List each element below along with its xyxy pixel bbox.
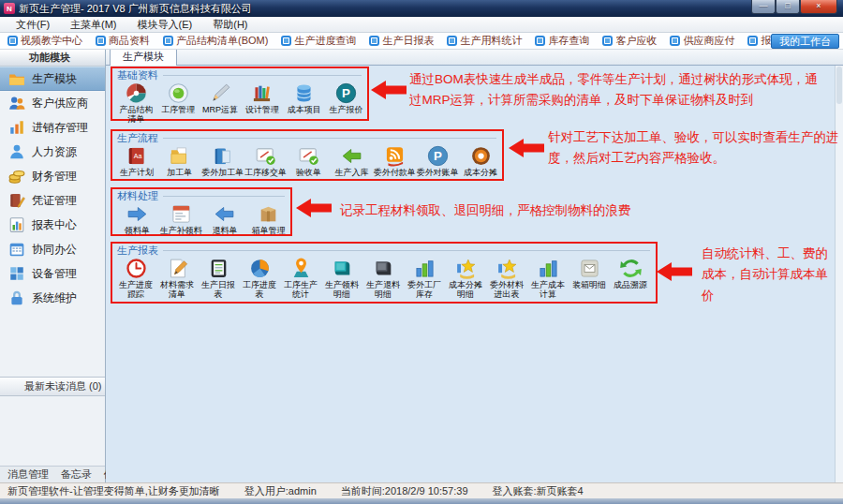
module-item[interactable]: MRP运算 [200, 82, 242, 124]
module-item[interactable]: 工序移交单 [244, 144, 288, 178]
module-item[interactable]: 生产入库 [330, 144, 373, 178]
menu-item[interactable]: 文件(F) [6, 17, 60, 33]
book-dark-icon [372, 257, 395, 280]
svg-text:P: P [342, 86, 350, 100]
close-button[interactable]: × [800, 0, 837, 14]
blue-checkbox-icon [163, 36, 173, 46]
sidebar-item[interactable]: 生产模块 [0, 67, 105, 91]
module-item[interactable]: 产品结构清单 [115, 82, 157, 124]
sidebar-item[interactable]: 进销存管理 [0, 115, 105, 140]
module-item[interactable]: Aa生产计划 [115, 144, 158, 178]
module-item[interactable]: 材料需求清单 [156, 257, 198, 299]
module-item[interactable]: 生产进度跟踪 [115, 257, 156, 299]
module-item-label: 成本分摊 [464, 169, 497, 178]
menu-item[interactable]: 模块导入(E) [127, 17, 203, 33]
toolbar-item[interactable]: 视频教学中心 [7, 34, 82, 48]
group-title: 基础资料 [117, 68, 158, 82]
annotation-arrow-icon [296, 199, 332, 217]
sidebar-bottom-tab[interactable]: 备忘录 [61, 467, 92, 482]
sidebar-item-label: 客户供应商 [32, 96, 88, 111]
module-item-label: 领料单 [125, 227, 150, 236]
folder-doc-icon [168, 144, 191, 168]
module-item-label: 生产成本计算 [527, 281, 569, 299]
toolbar-item[interactable]: 生产用料统计 [447, 34, 522, 48]
person-blue-icon [8, 143, 25, 160]
blue-book-icon [211, 144, 234, 168]
window-controls: — □ × [751, 0, 837, 14]
menu-item[interactable]: 帮助(H) [202, 17, 258, 33]
module-item[interactable]: P委外对账单 [416, 144, 459, 178]
group-title-rule [163, 75, 362, 76]
menu-item[interactable]: 主菜单(M) [60, 17, 127, 33]
module-item[interactable]: 委外工厂库存 [404, 257, 445, 299]
toolbar-item[interactable]: 商品资料 [96, 34, 150, 48]
group-box: 基础资料产品结构清单工序管理MRP运算设计管理成本项目P生产报价 [111, 67, 369, 121]
blue-checkbox-icon [747, 36, 758, 46]
module-item[interactable]: 生产补领料 [159, 202, 203, 236]
p-badge-teal-icon: P [334, 82, 358, 105]
sidebar-item[interactable]: 人力资源 [0, 140, 105, 164]
sidebar-item[interactable]: 设备管理 [0, 261, 105, 286]
sidebar-bottom-tab[interactable]: 消息管理 [7, 467, 49, 482]
module-item-label: 成本项目 [288, 106, 321, 115]
module-item-label: 成本分摊明细 [445, 281, 486, 299]
module-item[interactable]: 验收单 [288, 144, 331, 178]
module-item[interactable]: 领料单 [115, 202, 159, 236]
workbench-button[interactable]: 我的工作台 [771, 34, 839, 49]
module-item[interactable]: 退料单 [203, 202, 247, 236]
svg-text:P: P [434, 149, 442, 163]
sidebar-item[interactable]: 协同办公 [0, 237, 105, 261]
coins-icon [8, 168, 25, 185]
unread-messages-bar[interactable]: 最新未读消息 (0) [0, 377, 105, 396]
sidebar-bottom-tabs: 消息管理备忘录便笺 [0, 466, 105, 482]
module-item[interactable]: 工序生产统计 [280, 257, 321, 299]
toolbar-item[interactable]: 产品结构清单(BOM) [163, 34, 268, 48]
module-item[interactable]: 装箱明细 [569, 257, 610, 299]
module-item[interactable]: 成本分摊明细 [445, 257, 486, 299]
module-item[interactable]: 箱单管理 [246, 202, 290, 236]
group-title: 生产报表 [117, 244, 158, 258]
module-item[interactable]: 委外材料进出表 [486, 257, 527, 299]
toolbar-item[interactable]: 生产进度查询 [281, 34, 356, 48]
sidebar-item[interactable]: 客户供应商 [0, 91, 105, 115]
toolbar-item[interactable]: 生产日报表 [369, 34, 434, 48]
play-green-icon [7, 50, 24, 67]
sidebar-item[interactable]: 财务管理 [0, 164, 105, 188]
maximize-button[interactable]: □ [776, 0, 800, 14]
sidebar-item-label: 系统维护 [32, 290, 77, 306]
module-item[interactable]: 设计管理 [241, 82, 283, 124]
minimize-button[interactable]: — [751, 0, 776, 14]
toolbar-item[interactable]: 供应商应付 [670, 34, 734, 48]
toolbar-item[interactable]: 客户应收 [602, 34, 657, 48]
module-item[interactable]: 成本项目 [283, 82, 325, 124]
module-item-label: 装箱明细 [572, 281, 606, 290]
sidebar-spacer [0, 310, 105, 377]
module-item[interactable]: P生产报价 [325, 82, 367, 124]
module-item[interactable]: 生产成本计算 [527, 257, 569, 299]
content-area: 基础资料产品结构清单工序管理MRP运算设计管理成本项目P生产报价通过BOM表快速… [106, 66, 843, 482]
status-bar: 新页管理软件-让管理变得简单,让财务更加清晰 登入用户:admin 当前时间:2… [0, 482, 843, 498]
module-item[interactable]: 成品溯源 [610, 257, 651, 299]
tab-production-module[interactable]: 生产模块 [110, 48, 177, 66]
module-item[interactable]: 工序进度表 [239, 257, 280, 299]
module-item[interactable]: 加工单 [158, 144, 201, 178]
pie-orange-icon [248, 257, 272, 280]
annotation-text: 自动统计料、工、费的成本，自动计算成本单价 [702, 244, 835, 306]
module-item-label: 验收单 [296, 169, 321, 178]
sidebar-header-label: 功能模块 [29, 51, 70, 65]
module-item[interactable]: 生产领料明细 [321, 257, 362, 299]
module-item[interactable]: 生产退料明细 [362, 257, 404, 299]
toolbar-item-label: 生产进度查询 [294, 34, 356, 48]
sidebar-item[interactable]: 系统维护 [0, 286, 105, 310]
sidebar-item[interactable]: 凭证管理 [0, 188, 105, 213]
module-item[interactable]: 委外加工单 [201, 144, 244, 178]
module-item[interactable]: 工序管理 [157, 82, 200, 124]
devices-squares-icon [8, 265, 25, 282]
module-item[interactable]: 生产日报表 [198, 257, 239, 299]
toolbar-item[interactable]: 库存查询 [535, 34, 589, 48]
module-item[interactable]: 委外付款单 [373, 144, 416, 178]
module-item[interactable]: 成本分摊 [459, 144, 502, 178]
module-item-label: 生产退料明细 [362, 281, 404, 299]
book-teal-icon [331, 257, 354, 280]
sidebar-item[interactable]: 报表中心 [0, 213, 105, 237]
